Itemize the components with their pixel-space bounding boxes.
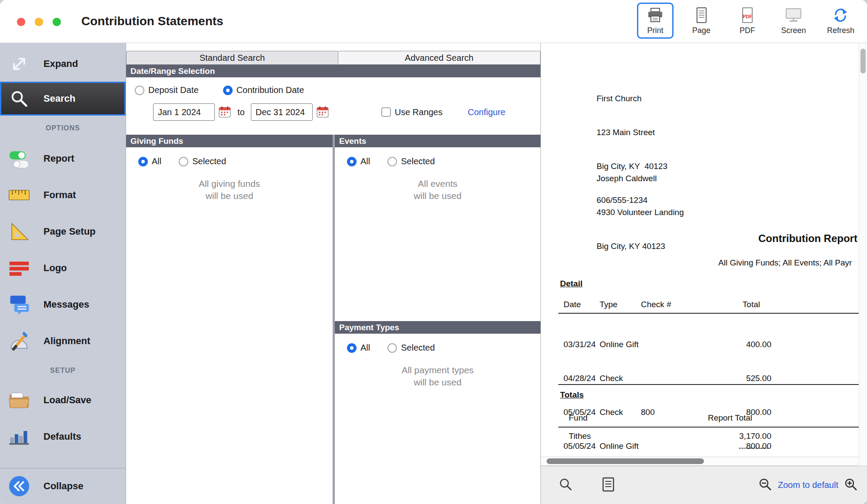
screen-icon — [785, 7, 802, 25]
folder-icon — [7, 389, 31, 411]
payment-types-header: Payment Types — [335, 321, 540, 334]
zoom-to-default-link[interactable]: Zoom to default — [778, 480, 838, 490]
deposit-date-radio[interactable] — [135, 86, 144, 95]
totals-dashes: ----------- — [558, 442, 771, 454]
contribution-date-radio[interactable] — [223, 86, 233, 95]
calendar-icon — [316, 113, 329, 120]
tab-advanced-search[interactable]: Advanced Search — [338, 51, 540, 65]
page-button[interactable]: Page — [683, 3, 720, 39]
events-panel: All Selected All events will be used — [335, 147, 540, 321]
sidebar-options-header: OPTIONS — [0, 116, 126, 140]
report-label: Report — [43, 153, 74, 164]
print-label: Print — [647, 26, 663, 35]
events-selected-radio[interactable] — [387, 157, 397, 166]
giving-funds-panel: All Selected All giving funds will be us… — [126, 147, 333, 504]
start-date-calendar-button[interactable] — [218, 106, 231, 119]
search-panel: Standard Search Advanced Search Date/Ran… — [126, 43, 540, 504]
sidebar-item-page-setup[interactable]: Page Setup — [0, 213, 126, 250]
detail-column-headers: Date Type Check # Total — [558, 299, 771, 310]
recipient-address1: 4930 Volunteer Landing — [597, 207, 684, 218]
totals-column-headers: Fund Report Total — [558, 412, 771, 424]
recipient-address-block: Joseph Caldwell 4930 Volunteer Landing B… — [597, 150, 684, 275]
refresh-button[interactable]: Refresh — [821, 3, 860, 39]
sidebar-item-alignment[interactable]: Alignment — [0, 323, 126, 359]
pdf-button[interactable]: PDF PDF — [729, 3, 766, 39]
contribution-statements-window: Contribution Statements Print — [0, 0, 867, 504]
bar-chart-icon — [7, 425, 31, 448]
payment-types-selected-label: Selected — [401, 343, 435, 353]
col-report-total: Report Total — [689, 412, 771, 424]
page-icon — [693, 7, 710, 25]
end-date-field[interactable] — [251, 103, 313, 121]
sidebar-item-messages[interactable]: Messages — [0, 286, 126, 323]
calendar-icon — [218, 113, 231, 120]
payment-types-selected-radio[interactable] — [387, 343, 397, 353]
zoom-out-icon[interactable] — [758, 477, 773, 494]
table-row: 03/31/24Online Gift400.00 — [558, 339, 771, 350]
preview-search-icon[interactable] — [558, 477, 573, 494]
deposit-date-label: Deposit Date — [148, 85, 199, 95]
zoom-window-button[interactable] — [53, 18, 61, 26]
sidebar-item-report[interactable]: Report — [0, 140, 126, 177]
format-label: Format — [43, 189, 76, 201]
events-all-radio[interactable] — [347, 157, 357, 166]
giving-funds-all-radio[interactable] — [138, 157, 148, 166]
sidebar-item-search[interactable]: Search — [0, 82, 126, 116]
table-row: 04/28/24Check525.00 — [558, 373, 771, 384]
sidebar-item-load-save[interactable]: Load/Save — [0, 382, 126, 418]
sidebar-item-collapse[interactable]: Collapse — [0, 468, 126, 504]
horizontal-scrollbar-thumb[interactable] — [547, 458, 704, 464]
expand-label: Expand — [43, 58, 78, 70]
preview-zoom-bar: Zoom to default — [541, 466, 867, 504]
tab-standard-search[interactable]: Standard Search — [126, 51, 338, 65]
giving-funds-header: Giving Funds — [126, 135, 333, 147]
col-total: Total — [682, 299, 771, 310]
minimize-button[interactable] — [35, 18, 43, 26]
pdf-icon: PDF — [739, 7, 756, 25]
messages-label: Messages — [43, 299, 89, 310]
sidebar-item-defaults[interactable]: Defaults — [0, 418, 126, 455]
preview-horizontal-scrollbar[interactable] — [541, 457, 859, 466]
events-radio-group: All Selected — [335, 147, 540, 166]
drafting-triangle-icon — [7, 220, 31, 243]
end-date-calendar-button[interactable] — [316, 106, 329, 119]
screen-button[interactable]: Screen — [775, 3, 812, 39]
page-setup-label: Page Setup — [43, 226, 96, 237]
toggle-switches-icon — [7, 147, 31, 170]
search-criteria-panels: Giving Funds All Selected All giving fun… — [126, 135, 540, 504]
start-date-field[interactable] — [153, 103, 215, 121]
payment-types-all-radio[interactable] — [347, 343, 357, 353]
payment-types-radio-group: All Selected — [335, 334, 540, 353]
expand-arrows-icon — [7, 53, 31, 75]
load-save-label: Load/Save — [43, 395, 91, 406]
search-label: Search — [43, 93, 75, 104]
zoom-in-icon[interactable] — [844, 477, 858, 494]
window-title: Contribution Statements — [81, 0, 223, 43]
use-ranges-checkbox[interactable] — [381, 107, 391, 117]
printer-icon — [647, 7, 664, 25]
traffic-lights — [17, 18, 61, 26]
detail-bottom-rule — [558, 384, 859, 385]
totals-row: Tithes 3,170.00 — [558, 431, 771, 442]
sidebar-item-expand[interactable]: Expand — [0, 46, 126, 82]
screen-label: Screen — [781, 26, 806, 35]
col-check: Check # — [641, 299, 682, 310]
print-button[interactable]: Print — [637, 3, 674, 39]
sidebar-spacer — [0, 455, 126, 468]
giving-funds-note: All giving funds will be used — [126, 178, 333, 202]
report-title: Contribution Report — [758, 233, 857, 244]
giving-funds-selected-radio[interactable] — [179, 157, 188, 166]
sidebar: Expand Search OPTIONS Report — [0, 43, 126, 504]
close-button[interactable] — [17, 18, 25, 26]
refresh-label: Refresh — [827, 26, 854, 35]
sidebar-item-format[interactable]: Format — [0, 177, 126, 213]
sidebar-item-logo[interactable]: Logo — [0, 250, 126, 286]
col-type: Type — [600, 299, 641, 310]
preview-page-layout-icon[interactable] — [602, 477, 615, 494]
preview-vertical-scrollbar[interactable] — [859, 43, 867, 466]
detail-header-rule — [558, 313, 859, 314]
configure-link[interactable]: Configure — [468, 107, 506, 117]
refresh-icon — [832, 7, 849, 25]
col-fund: Fund — [558, 412, 689, 424]
vertical-scrollbar-thumb[interactable] — [860, 49, 866, 73]
